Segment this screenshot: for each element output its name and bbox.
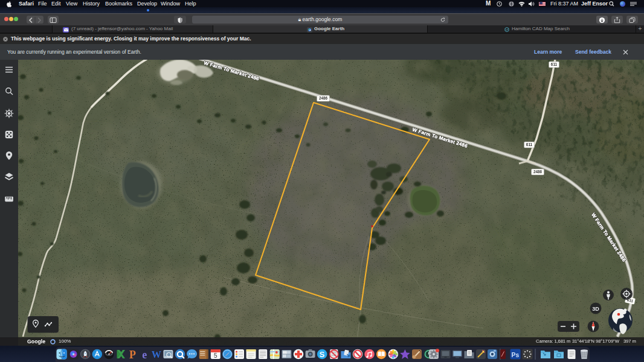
- svg-text:W: W: [152, 349, 161, 360]
- svg-text:S: S: [320, 350, 325, 359]
- svg-text:2486: 2486: [533, 170, 543, 174]
- svg-text:5: 5: [214, 352, 217, 359]
- svg-text:e: e: [142, 349, 147, 361]
- svg-text:P: P: [129, 349, 136, 361]
- svg-text:Ps: Ps: [512, 351, 520, 358]
- svg-text:611: 611: [551, 62, 558, 66]
- svg-text:2486: 2486: [319, 96, 328, 100]
- svg-text:3D: 3D: [592, 306, 599, 312]
- svg-text:611: 611: [526, 142, 533, 147]
